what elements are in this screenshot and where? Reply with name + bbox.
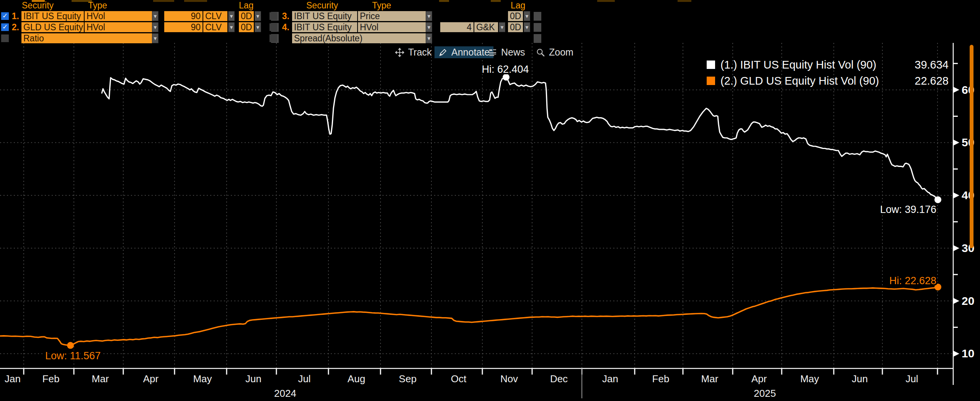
y-axis-tick-label: 20 [962, 295, 974, 307]
column-header-security: Security [306, 0, 338, 11]
series1-lag-field[interactable]: 0D [239, 11, 254, 21]
x-axis-month-label: Sep [399, 373, 416, 385]
series2-window-field[interactable]: 90 [164, 22, 203, 32]
series3-security-field[interactable]: IBIT US Equity [292, 11, 357, 21]
left-mode-checkbox[interactable] [1, 34, 9, 42]
right-mode-checkbox[interactable] [270, 34, 277, 42]
x-axis-month-label: Oct [451, 373, 467, 385]
series2-index: 2. [8, 22, 19, 32]
news-button-label: News [501, 47, 525, 58]
x-axis-year-label: 2024 [274, 388, 296, 399]
news-list-icon [488, 48, 497, 57]
right-mode-dropdown[interactable]: Spread(Absolute) [292, 33, 426, 43]
zoom-button[interactable]: Zoom [532, 46, 577, 58]
series4-lag-dropdown-arrow-icon[interactable]: ▼ [524, 22, 530, 32]
series-line-gld [0, 287, 938, 345]
series2-security-field[interactable]: GLD US Equity [21, 22, 84, 32]
x-axis-month-label: Jan [5, 373, 21, 385]
series1-index: 1. [8, 11, 19, 21]
series4-window-field[interactable]: 4 [440, 22, 474, 32]
legend-swatch-orange [707, 77, 715, 85]
series3-lag-field[interactable]: 0D [508, 11, 523, 21]
window-edge-fragment [153, 0, 174, 2]
hi-low-annotation: Low: 11.567 [45, 350, 101, 362]
x-axis-month-label: Nov [500, 373, 518, 385]
x-axis-year-label: 2025 [754, 388, 776, 399]
legend-last-value: 22.628 [915, 75, 949, 87]
series-line-ibit [102, 77, 938, 200]
x-axis-month-label: Feb [652, 373, 670, 385]
x-axis-month-label: Jan [602, 373, 618, 385]
x-axis: JanFebMarAprMayJunJulAugSepOctNovDecJanF… [5, 368, 938, 399]
left-mode-dropdown-arrow-icon[interactable]: ▼ [152, 33, 158, 43]
x-axis-month-label: Jun [852, 373, 868, 385]
series1-window-field[interactable]: 90 [164, 11, 203, 21]
series2-calc-dropdown-arrow-icon[interactable]: ▼ [228, 22, 235, 32]
x-axis-month-label: Mar [92, 373, 109, 385]
window-edge-fragment [678, 0, 691, 2]
legend-item-gld[interactable]: (2.) GLD US Equity Hist Vol (90) 22.628 [707, 74, 949, 87]
x-axis-month-label: Apr [751, 373, 767, 385]
zoom-magnifier-icon [536, 48, 545, 57]
series2-lag-field[interactable]: 0D [239, 22, 254, 32]
series4-security-field[interactable]: IBIT US Equity [292, 22, 357, 32]
window-edge-fragment [184, 0, 207, 2]
series3-index: 3. [278, 11, 289, 21]
y-axis-scrollbar[interactable] [970, 45, 973, 248]
x-axis-month-label: Feb [42, 373, 60, 385]
bloomberg-hvg-chart-window: JanFebMarAprMayJunJulAugSepOctNovDecJanF… [0, 0, 980, 401]
x-axis-month-label: Apr [143, 373, 159, 385]
x-axis-month-label: May [800, 373, 819, 385]
legend-item-ibit[interactable]: (1.) IBIT US Equity Hist Vol (90) 39.634 [707, 58, 949, 71]
column-header-type: Type [372, 0, 391, 11]
column-header-lag: Lag [511, 0, 525, 11]
hi-low-annotation: Hi: 62.404 [482, 64, 529, 75]
x-axis-month-label: Dec [550, 373, 568, 385]
series1-security-field[interactable]: IBIT US Equity [21, 11, 84, 21]
series1-lag-dropdown-arrow-icon[interactable]: ▼ [255, 11, 261, 21]
series1-checkbox[interactable]: ✓ [1, 12, 9, 20]
y-axis-tick-label: 10 [962, 347, 974, 360]
hi-low-annotation: Low: 39.176 [880, 204, 936, 215]
series4-index: 4. [278, 22, 289, 32]
series2-type-dropdown[interactable]: HVol [85, 22, 152, 32]
x-axis-month-label: Jun [245, 373, 261, 385]
x-axis-month-label: Jul [298, 373, 310, 385]
series3-type-dropdown[interactable]: Price [358, 11, 426, 21]
series1-calc-field[interactable]: CLV [203, 11, 227, 21]
series2-lag-dropdown-arrow-icon[interactable]: ▼ [255, 22, 261, 32]
series-marker-dot [67, 342, 74, 349]
legend-last-value: 39.634 [915, 59, 949, 71]
series4-type-dropdown[interactable]: HVol [358, 22, 426, 32]
series4-lag-field[interactable]: 0D [508, 22, 523, 32]
news-button[interactable]: News [484, 46, 529, 58]
column-header-security: Security [22, 0, 54, 11]
series2-type-dropdown-arrow-icon[interactable]: ▼ [152, 22, 158, 32]
series1-type-dropdown-arrow-icon[interactable]: ▼ [152, 11, 158, 21]
x-axis-month-label: May [193, 373, 212, 385]
series4-calc-dropdown-arrow-icon[interactable]: ▼ [499, 22, 505, 32]
right-mode-options-button[interactable] [534, 34, 541, 43]
left-mode-dropdown[interactable]: Ratio [21, 33, 152, 43]
x-axis-month-label: Aug [348, 373, 365, 385]
legend-label: (1.) IBIT US Equity Hist Vol (90) [720, 59, 876, 71]
series3-options-button[interactable] [534, 12, 541, 21]
hi-low-annotation: Hi: 22.628 [889, 275, 936, 286]
series4-options-button[interactable] [534, 23, 541, 32]
window-edge-fragment [439, 0, 449, 2]
track-button[interactable]: Track [391, 46, 436, 58]
series3-lag-dropdown-arrow-icon[interactable]: ▼ [524, 11, 530, 21]
series1-calc-dropdown-arrow-icon[interactable]: ▼ [228, 11, 235, 21]
track-crosshair-icon [395, 48, 404, 57]
series3-checkbox[interactable] [270, 12, 277, 20]
series3-type-dropdown-arrow-icon[interactable]: ▼ [426, 11, 432, 21]
series4-type-dropdown-arrow-icon[interactable]: ▼ [426, 22, 432, 32]
series2-checkbox[interactable]: ✓ [1, 23, 9, 31]
right-mode-dropdown-arrow-icon[interactable]: ▼ [426, 33, 432, 43]
series1-type-dropdown[interactable]: HVol [85, 11, 152, 21]
series4-checkbox[interactable] [270, 23, 277, 31]
column-header-lag: Lag [239, 0, 253, 11]
series4-calc-field[interactable]: G&K [474, 22, 498, 32]
series2-calc-field[interactable]: CLV [203, 22, 227, 32]
annotate-pencil-icon [438, 48, 448, 57]
